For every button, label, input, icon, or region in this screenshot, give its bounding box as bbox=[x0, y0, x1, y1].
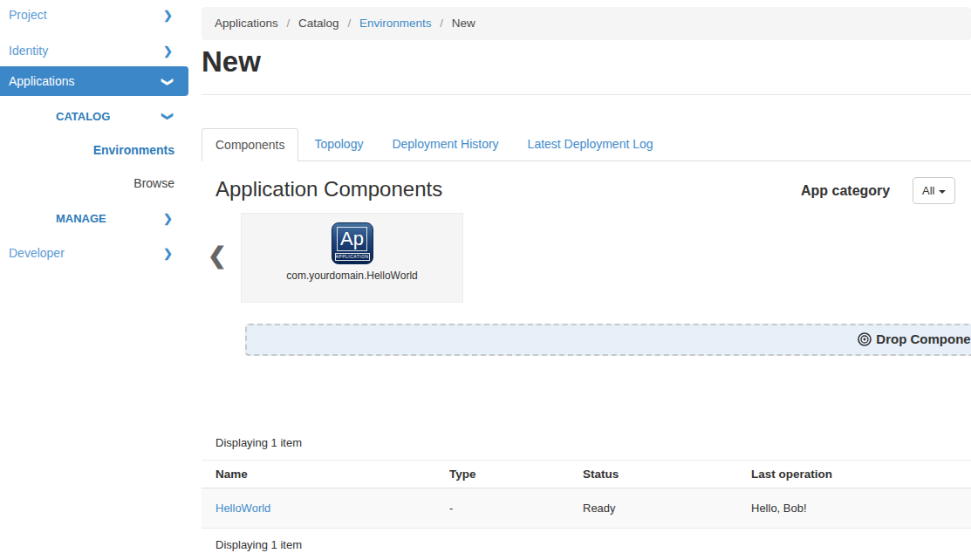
chevron-down-icon: ❯ bbox=[163, 67, 173, 97]
sidebar-item-manage[interactable]: MANAGE ❯ bbox=[0, 205, 188, 232]
bullseye-icon bbox=[858, 332, 872, 346]
cell-type: - bbox=[435, 488, 569, 529]
main-content: Applications / Catalog / Environments / … bbox=[202, 0, 971, 560]
breadcrumb-separator: / bbox=[347, 17, 351, 30]
component-card[interactable]: Ap APPLICATION com.yourdomain.HelloWorld bbox=[241, 213, 463, 303]
sidebar-item-label: Applications bbox=[9, 74, 75, 88]
section-heading: Application Components bbox=[215, 177, 442, 201]
sidebar-item-developer[interactable]: Developer ❯ bbox=[0, 240, 188, 267]
tab-topology[interactable]: Topology bbox=[301, 128, 376, 160]
column-header-type: Type bbox=[435, 461, 569, 488]
breadcrumb-item-environments[interactable]: Environments bbox=[359, 17, 432, 30]
column-header-name: Name bbox=[202, 461, 435, 488]
breadcrumb-item-new: New bbox=[452, 17, 475, 30]
chevron-right-icon: ❯ bbox=[163, 240, 173, 267]
tab-components[interactable]: Components bbox=[202, 128, 298, 161]
sidebar-item-label: CATALOG bbox=[56, 110, 110, 123]
cell-last-operation: Hello, Bob! bbox=[737, 488, 971, 529]
sidebar-item-environments[interactable]: Environments bbox=[0, 137, 188, 164]
title-divider bbox=[202, 94, 971, 95]
sidebar-item-label: Browse bbox=[133, 176, 174, 190]
sidebar-item-catalog[interactable]: CATALOG ❯ bbox=[0, 103, 188, 130]
drop-components-zone[interactable]: Drop Components Here bbox=[245, 324, 971, 356]
table-header-row: Name Type Status Last operation bbox=[202, 461, 971, 488]
chevron-right-icon: ❯ bbox=[163, 205, 173, 232]
breadcrumb-item-applications: Applications bbox=[215, 17, 278, 30]
tab-latest-deployment-log[interactable]: Latest Deployment Log bbox=[515, 128, 667, 160]
tab-deployment-history[interactable]: Deployment History bbox=[379, 128, 511, 160]
sidebar-item-label: Identity bbox=[9, 44, 48, 58]
sidebar-item-browse[interactable]: Browse bbox=[0, 170, 188, 197]
app-category-label: App category bbox=[801, 183, 890, 199]
sidebar-item-label: Environments bbox=[93, 143, 174, 157]
table-count-bottom: Displaying 1 item bbox=[215, 538, 302, 551]
breadcrumb-separator: / bbox=[440, 17, 443, 30]
table-row: HelloWorld - Ready Hello, Bob! bbox=[202, 488, 971, 529]
column-header-last-operation: Last operation bbox=[737, 461, 971, 488]
caret-down-icon bbox=[939, 190, 946, 194]
component-card-label: com.yourdomain.HelloWorld bbox=[242, 270, 462, 282]
app-category-value: All bbox=[922, 184, 934, 197]
components-table: Name Type Status Last operation HelloWor… bbox=[202, 460, 971, 529]
tab-bar: Components Topology Deployment History L… bbox=[202, 128, 971, 161]
sidebar-item-label: Developer bbox=[9, 246, 65, 260]
page-title: New bbox=[202, 45, 261, 79]
app-category-dropdown[interactable]: All bbox=[913, 177, 955, 204]
application-icon: Ap APPLICATION bbox=[332, 222, 373, 264]
application-icon-text: Ap bbox=[337, 227, 367, 251]
drop-zone-label: Drop Components Here bbox=[876, 331, 971, 346]
breadcrumb-separator: / bbox=[287, 17, 291, 30]
sidebar-item-project[interactable]: Project ❯ bbox=[0, 2, 188, 29]
sidebar-item-applications[interactable]: Applications ❯ bbox=[0, 66, 188, 96]
sidebar-item-label: Project bbox=[9, 8, 47, 22]
sidebar-item-label: MANAGE bbox=[56, 212, 106, 225]
carousel-prev-button[interactable]: ❮ bbox=[208, 242, 227, 270]
application-icon-subtext: APPLICATION bbox=[335, 253, 370, 261]
chevron-right-icon: ❯ bbox=[163, 2, 173, 29]
breadcrumb-item-catalog: Catalog bbox=[298, 17, 339, 30]
column-header-status: Status bbox=[569, 461, 737, 488]
chevron-right-icon: ❯ bbox=[163, 38, 173, 65]
breadcrumb: Applications / Catalog / Environments / … bbox=[202, 7, 971, 40]
table-count-top: Displaying 1 item bbox=[215, 436, 302, 449]
cell-name-link[interactable]: HelloWorld bbox=[202, 488, 435, 529]
chevron-down-icon: ❯ bbox=[163, 103, 173, 130]
sidebar-item-identity[interactable]: Identity ❯ bbox=[0, 38, 188, 65]
cell-status: Ready bbox=[569, 488, 737, 529]
sidebar: Project ❯ Identity ❯ Applications ❯ CATA… bbox=[0, 0, 188, 560]
